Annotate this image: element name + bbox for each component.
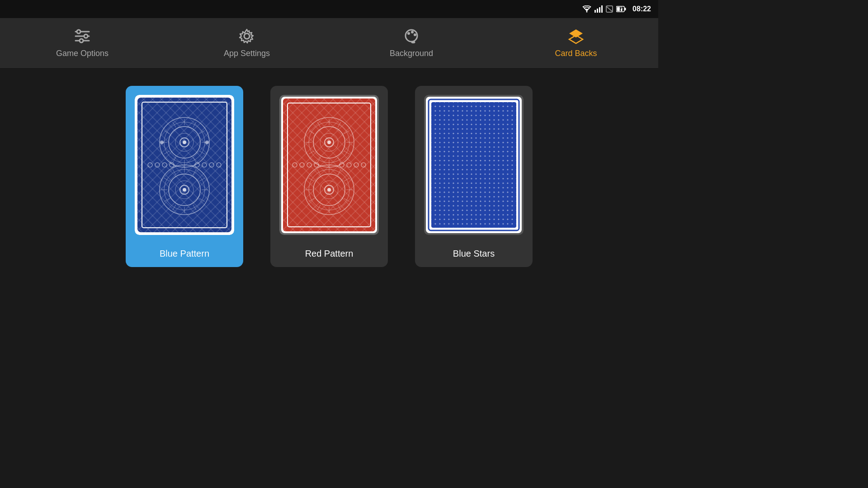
card-wrapper-blue: ✦ (126, 86, 243, 244)
blue-stars-label: Blue Stars (415, 244, 533, 267)
svg-marker-23 (569, 29, 583, 38)
svg-point-18 (244, 33, 250, 39)
sliders-icon (73, 27, 91, 45)
nav-item-background[interactable]: Background (329, 22, 494, 64)
blue-pattern-card: ✦ (135, 95, 234, 235)
red-pattern-label: Red Pattern (270, 244, 388, 267)
svg-point-91 (327, 141, 331, 144)
no-sim-icon (605, 5, 613, 13)
svg-point-16 (84, 34, 88, 38)
svg-point-60 (183, 188, 186, 192)
nav-bar: Game Options App Settings Background Car… (0, 18, 658, 68)
svg-point-0 (586, 11, 588, 13)
svg-point-21 (411, 31, 414, 33)
svg-point-20 (407, 32, 410, 35)
svg-rect-3 (599, 7, 600, 13)
svg-point-109 (327, 188, 331, 192)
app-settings-label: App Settings (224, 49, 270, 58)
background-label: Background (390, 49, 433, 58)
svg-rect-4 (601, 5, 603, 13)
nav-item-app-settings[interactable]: App Settings (165, 22, 329, 64)
blue-stars-card: ✦ (424, 95, 524, 235)
status-icons: 08:22 (582, 5, 651, 13)
gear-icon (238, 27, 256, 45)
card-option-blue-stars[interactable]: ✦ Blue Stars (415, 86, 533, 267)
svg-point-17 (80, 39, 83, 42)
wifi-icon (582, 5, 592, 13)
svg-point-40 (183, 141, 186, 144)
svg-line-6 (606, 6, 613, 12)
svg-rect-1 (594, 10, 596, 13)
card-wrapper-blue-stars: ✦ (415, 86, 533, 244)
svg-point-15 (77, 30, 80, 33)
palette-icon (402, 27, 420, 45)
blue-pattern-label: Blue Pattern (126, 244, 243, 267)
battery-icon (616, 6, 626, 12)
nav-item-game-options[interactable]: Game Options (0, 22, 165, 64)
red-pattern-card (279, 95, 379, 235)
svg-rect-136 (431, 102, 516, 228)
game-options-label: Game Options (56, 49, 108, 58)
svg-rect-8 (625, 8, 626, 10)
card-wrapper-red (270, 86, 388, 244)
card-backs-label: Card Backs (555, 49, 597, 58)
clock: 08:22 (632, 5, 651, 13)
signal-icon (594, 5, 603, 13)
svg-point-54 (205, 141, 209, 144)
svg-point-53 (160, 141, 164, 144)
svg-point-22 (414, 33, 416, 36)
svg-rect-2 (597, 9, 598, 13)
nav-item-card-backs[interactable]: Card Backs (494, 22, 658, 64)
card-backs-grid: ✦ (0, 68, 658, 285)
status-bar: 08:22 (0, 0, 658, 18)
card-option-red-pattern[interactable]: Red Pattern (270, 86, 388, 267)
layers-icon (567, 27, 585, 45)
card-option-blue-pattern[interactable]: ✦ (126, 86, 243, 267)
